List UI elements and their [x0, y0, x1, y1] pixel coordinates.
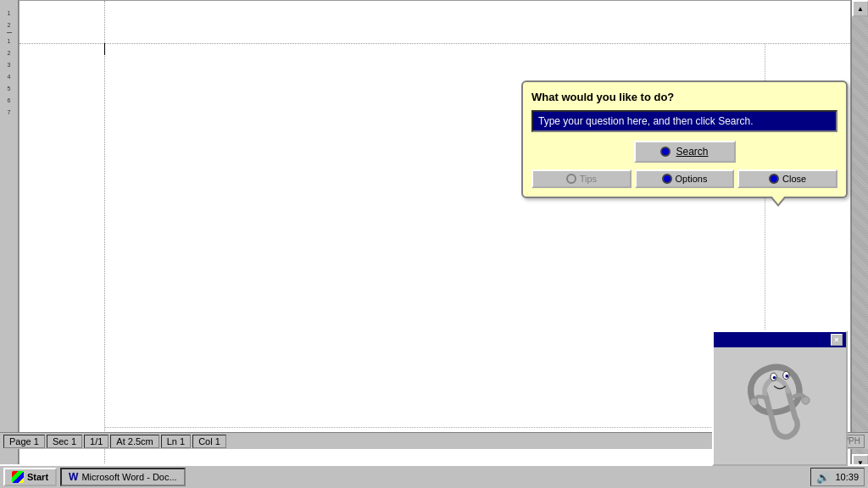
- ruler-mark: 3: [7, 58, 12, 70]
- clock: 10:39: [835, 472, 859, 482]
- tips-button[interactable]: Tips: [531, 169, 632, 188]
- taskbar: Start W Microsoft Word - Doc... 🔊 10:39: [0, 464, 868, 488]
- options-radio: [662, 174, 672, 184]
- clippy-panel: ×: [712, 330, 848, 466]
- system-tray: 🔊 10:39: [810, 468, 865, 486]
- help-balloon: What would you like to do? Type your que…: [521, 80, 848, 198]
- word-taskbar-item[interactable]: W Microsoft Word - Doc...: [60, 468, 186, 486]
- close-button[interactable]: Close: [737, 169, 837, 188]
- margin-line-horizontal: [19, 43, 850, 44]
- svg-point-5: [802, 396, 810, 404]
- text-cursor: [104, 43, 105, 55]
- status-col: Col 1: [192, 435, 226, 448]
- status-page: Page 1: [3, 435, 45, 448]
- ruler-mark: 5: [7, 82, 12, 94]
- svg-point-2: [773, 376, 776, 380]
- ruler-mark: 6: [7, 94, 12, 106]
- search-button[interactable]: Search: [634, 141, 736, 163]
- options-button[interactable]: Options: [635, 169, 735, 188]
- search-label: Search: [676, 146, 708, 158]
- scrollbar-right: ▲ ▼: [851, 0, 868, 471]
- tips-label: Tips: [580, 174, 597, 184]
- svg-point-4: [750, 398, 758, 406]
- balloon-bottom-row: Tips Options Close: [531, 169, 837, 188]
- start-label: Start: [27, 472, 48, 482]
- clippy-close-button[interactable]: ×: [831, 334, 843, 346]
- close-radio: [769, 174, 779, 184]
- ruler-mark: 4: [7, 70, 12, 82]
- start-button[interactable]: Start: [3, 468, 57, 486]
- margin-line-vertical: [104, 1, 105, 470]
- search-row: Search: [531, 141, 837, 163]
- volume-icon[interactable]: 🔊: [816, 471, 830, 484]
- status-at: At 2.5cm: [110, 435, 159, 448]
- ruler-mark: 2: [7, 47, 12, 58]
- clippy-icon: [737, 355, 822, 457]
- word-icon: W: [69, 471, 78, 483]
- ruler-mark: 1: [7, 35, 12, 47]
- status-page-of: 1/1: [84, 435, 108, 448]
- status-ln: Ln 1: [161, 435, 191, 448]
- svg-point-3: [785, 374, 788, 378]
- search-radio: [660, 147, 670, 157]
- balloon-title: What would you like to do?: [531, 91, 837, 103]
- options-label: Options: [676, 174, 708, 184]
- scroll-track-vertical[interactable]: [852, 17, 868, 454]
- ruler-mark: 1: [7, 7, 12, 19]
- ruler-mark: 2: [7, 19, 12, 30]
- question-input[interactable]: Type your question here, and then click …: [531, 110, 837, 132]
- clippy-body: [714, 347, 846, 464]
- scroll-up-button[interactable]: ▲: [852, 0, 868, 17]
- clippy-title-bar: ×: [714, 332, 846, 347]
- tips-radio: [566, 174, 576, 184]
- ruler-mark: 7: [7, 106, 12, 118]
- close-label: Close: [782, 174, 806, 184]
- word-taskbar-label: Microsoft Word - Doc...: [81, 472, 176, 482]
- ruler-left: 1 2 1 2 3 4 5 6 7: [0, 0, 19, 471]
- status-sec: Sec 1: [47, 435, 82, 448]
- windows-logo: [12, 471, 24, 483]
